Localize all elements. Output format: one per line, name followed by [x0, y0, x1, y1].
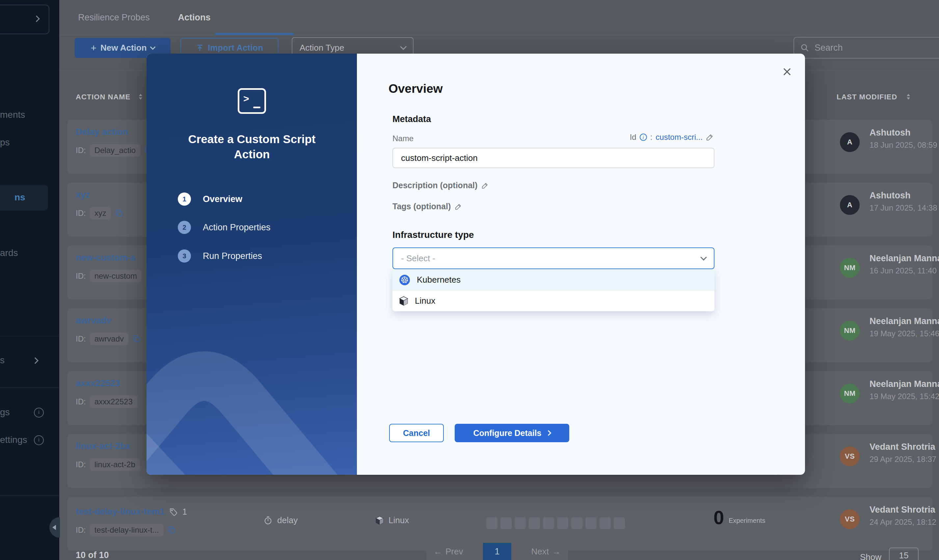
last-modified-cell: Ashutosh 17 Jun 2025, 14:38 — [870, 191, 937, 212]
tabs-bar: Resilience Probes Actions — [59, 0, 939, 35]
tab-resilience-probes[interactable]: Resilience Probes — [78, 12, 150, 23]
sidebar-item-actions[interactable]: ns — [0, 185, 48, 211]
sidebar-item-flags[interactable]: gs — [0, 407, 10, 417]
info-icon[interactable] — [640, 134, 647, 141]
sort-icon[interactable] — [138, 94, 143, 100]
avatar: NM — [840, 258, 860, 278]
project-selector[interactable] — [0, 5, 49, 34]
id-label: ID: — [76, 525, 86, 535]
sidebar-divider — [0, 495, 59, 495]
id-label: ID: — [76, 209, 86, 218]
cancel-button[interactable]: Cancel — [389, 424, 444, 442]
sidebar-item-hubs[interactable]: ps — [0, 137, 10, 148]
step-number: 1 — [178, 192, 191, 206]
avatar: A — [840, 132, 860, 152]
modified-by: Vedant Shrotria — [870, 442, 936, 452]
next-label: Next — [531, 546, 549, 557]
chaos-actions-page: ments ps ns ards s gs ettings Resilience… — [0, 0, 939, 560]
edit-pencil-icon[interactable] — [706, 133, 714, 141]
show-label: Show — [860, 552, 881, 560]
info-icon[interactable] — [34, 408, 44, 417]
create-custom-script-action-modal: > Create a Custom Script Action 1 Overvi… — [146, 54, 805, 475]
tab-actions[interactable]: Actions — [178, 12, 210, 23]
last-modified-cell: Vedant Shrotria 29 Apr 2025, 18:37 — [870, 442, 936, 464]
import-action-label: Import Action — [208, 43, 263, 53]
next-page-button[interactable]: Next — [531, 546, 561, 557]
action-name-link[interactable]: new-custom-a — [76, 253, 136, 263]
id-label: ID: — [76, 460, 86, 469]
wizard-step-run-properties[interactable]: 3 Run Properties — [178, 249, 262, 263]
action-name-link[interactable]: xyz — [76, 190, 90, 200]
action-name-link[interactable]: axxx22523 — [76, 378, 120, 389]
edit-pencil-icon[interactable] — [481, 182, 489, 189]
row-count: 10 of 10 — [76, 550, 109, 560]
page-size-select[interactable]: 15 — [889, 548, 919, 560]
modal-left-panel: > Create a Custom Script Action 1 Overvi… — [146, 54, 357, 475]
id-value: new-custom — [90, 270, 142, 282]
info-icon[interactable] — [34, 435, 44, 445]
option-kubernetes[interactable]: Kubernetes — [392, 269, 714, 291]
modified-date: 17 Jun 2025, 14:38 — [870, 203, 937, 212]
last-modified-cell: Neelanjan Manna 19 May 2025, 15:46 — [870, 316, 939, 338]
action-id: ID: test-delay-linux-t... — [76, 524, 176, 536]
experiments-label: Experiments — [729, 517, 765, 527]
linux-cube-icon — [399, 296, 408, 306]
sort-icon[interactable] — [906, 94, 911, 100]
wizard-step-action-properties[interactable]: 2 Action Properties — [178, 221, 271, 234]
pagination: Prev 1 Next — [426, 543, 568, 560]
action-name-link[interactable]: Delay action — [76, 127, 128, 137]
infrastructure-type-menu: Kubernetes Linux — [392, 269, 714, 311]
id-label: ID: — [76, 146, 86, 155]
edit-pencil-icon[interactable] — [455, 203, 462, 210]
action-type-value: delay — [277, 515, 298, 525]
option-label: Kubernetes — [417, 275, 461, 285]
modal-heading: Overview — [389, 82, 443, 96]
search-box[interactable] — [794, 37, 939, 58]
prev-page-button[interactable]: Prev — [433, 546, 463, 557]
experiments-count: 0 — [714, 508, 724, 527]
chevron-down-icon — [400, 43, 407, 50]
configure-details-button[interactable]: Configure Details — [455, 424, 569, 442]
linux-cube-icon — [375, 516, 384, 525]
name-label: Name — [392, 134, 413, 143]
action-name-link[interactable]: test-delay-linux-tem1 1 — [76, 507, 187, 517]
copy-icon[interactable] — [168, 526, 176, 534]
search-input[interactable] — [814, 42, 924, 53]
modified-by: Neelanjan Manna — [870, 379, 939, 389]
infrastructure-type-select[interactable]: - Select - — [392, 248, 714, 269]
sidebar-item-dashboards[interactable]: ards — [0, 248, 18, 258]
modified-date: 16 Jun 2025, 11:40 — [870, 266, 939, 275]
action-name-link[interactable]: linux-act-2bx — [76, 441, 131, 451]
metadata-heading: Metadata — [392, 114, 431, 125]
action-type-label: Action Type — [300, 43, 344, 53]
infrastructure-type-heading: Infrastructure type — [392, 230, 474, 240]
page-number[interactable]: 1 — [483, 543, 511, 560]
modified-date: 19 May 2025, 15:46 — [870, 329, 939, 338]
chevron-right-icon — [32, 357, 39, 364]
copy-icon[interactable] — [133, 335, 141, 343]
close-icon[interactable] — [782, 67, 792, 77]
name-input[interactable] — [392, 148, 714, 168]
id-label: ID: — [76, 334, 86, 343]
loading-skeleton — [486, 517, 625, 529]
sidebar-item-label: ns — [14, 192, 25, 203]
last-modified-cell: Vedant Shrotria 24 Apr 2025, 18:12 — [870, 505, 936, 527]
tag-icon — [169, 508, 178, 516]
last-modified-cell: Neelanjan Manna 16 Jun 2025, 11:40 — [870, 253, 939, 275]
id-value: Delay_actio — [90, 144, 140, 157]
copy-icon[interactable] — [115, 209, 123, 217]
modified-date: 24 Apr 2025, 18:12 — [870, 518, 936, 527]
avatar: NM — [840, 384, 860, 403]
avatar: VS — [840, 509, 860, 529]
action-id: ID: linux-act-2b — [76, 458, 140, 471]
sidebar-item-settings[interactable]: ettings — [0, 435, 27, 445]
sidebar-item-group[interactable]: s — [0, 355, 5, 366]
option-linux[interactable]: Linux — [392, 291, 714, 311]
terminal-icon: > — [238, 88, 266, 114]
modified-by: Ashutosh — [870, 128, 937, 138]
sidebar-item-experiments[interactable]: ments — [0, 109, 25, 120]
action-name-link[interactable]: awrvadv — [76, 315, 111, 326]
wizard-step-overview[interactable]: 1 Overview — [178, 192, 242, 206]
tags-label: Tags (optional) — [392, 202, 462, 211]
id-value-link[interactable]: custom-scri... — [655, 132, 703, 142]
